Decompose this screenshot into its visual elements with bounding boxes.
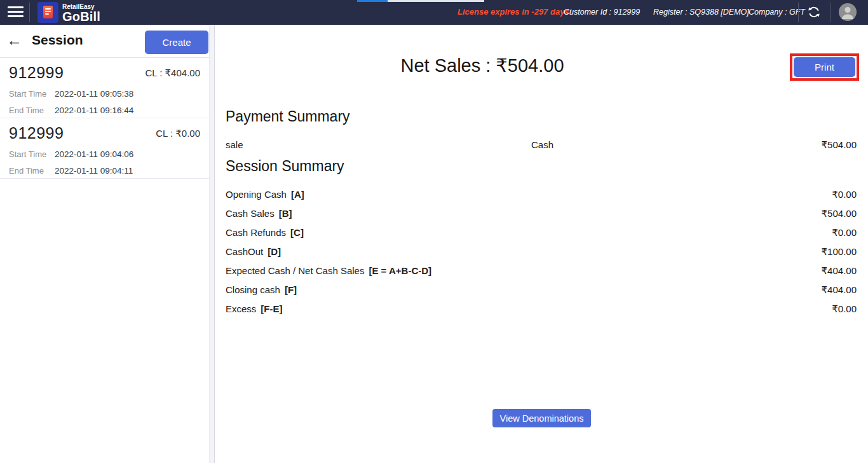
session-id: 912999 (9, 123, 64, 142)
session-summary-title: Session Summary (226, 158, 344, 175)
summary-label: Closing cash (226, 284, 280, 295)
summary-label: Expected Cash / Net Cash Sales (226, 265, 364, 276)
gobill-logo-icon (37, 2, 58, 23)
end-time-label: End Time (9, 166, 55, 176)
header-divider (798, 3, 799, 22)
closing-amount: CL : ₹404.00 (145, 67, 200, 79)
view-denominations-button[interactable]: View Denominations (492, 409, 592, 427)
end-time-label: End Time (9, 106, 55, 115)
start-time-value: 2022-01-11 09:05:38 (55, 89, 133, 99)
start-time-label: Start Time (9, 89, 55, 99)
company-info: Company : GFT (749, 8, 805, 17)
hamburger-menu-icon[interactable] (8, 6, 24, 20)
summary-row-excess: Excess[F-E] ₹0.00 (226, 303, 857, 317)
net-sales-heading: Net Sales : ₹504.00 (215, 55, 749, 76)
summary-amount: ₹404.00 (822, 284, 857, 296)
brand-name-bottom: GoBill (62, 10, 100, 23)
summary-label: Opening Cash (226, 189, 287, 200)
summary-row-cash-sales: Cash Sales[B] ₹504.00 (226, 208, 857, 222)
summary-label: Cash Sales (226, 208, 275, 219)
header-divider (29, 3, 30, 22)
refresh-icon[interactable] (806, 4, 822, 21)
summary-row-closing-cash: Closing cash[F] ₹404.00 (226, 284, 857, 298)
top-progress-bar (357, 0, 388, 2)
sidebar-title: Session (32, 32, 83, 48)
app-logo: RetailEasy GoBill (37, 2, 100, 23)
closing-amount: CL : ₹0.00 (156, 128, 200, 139)
sidebar-scrollbar[interactable] (209, 25, 214, 463)
session-list-item[interactable]: 912999 CL : ₹0.00 Start Time 2022-01-11 … (0, 118, 214, 179)
print-button-highlight: Print (790, 53, 859, 81)
summary-code: [D] (268, 246, 281, 257)
receipt-icon (43, 6, 53, 18)
summary-amount: ₹504.00 (822, 208, 857, 219)
session-detail-panel: Net Sales : ₹504.00 Print Payment Summar… (215, 25, 868, 463)
end-time-value: 2022-01-11 09:04:11 (55, 166, 133, 176)
register-info: Register : SQ9388 [DEMO] (653, 8, 749, 17)
session-list-item[interactable]: 912999 CL : ₹404.00 Start Time 2022-01-1… (0, 58, 214, 118)
app-window: RetailEasy GoBill License expires in -29… (0, 0, 868, 463)
payment-method: Cash (531, 139, 553, 150)
start-time-value: 2022-01-11 09:04:06 (55, 149, 133, 159)
back-arrow-icon[interactable]: ← (6, 29, 22, 52)
summary-amount: ₹0.00 (832, 189, 857, 200)
summary-label: Excess (226, 303, 256, 314)
summary-row-expected-cash: Expected Cash / Net Cash Sales[E = A+B-C… (226, 265, 857, 279)
header-divider (831, 3, 831, 22)
summary-label: CashOut (226, 246, 263, 257)
top-bar: RetailEasy GoBill License expires in -29… (0, 0, 868, 25)
start-time-label: Start Time (9, 149, 55, 159)
end-time-value: 2022-01-11 09:16:44 (55, 106, 133, 115)
summary-label: Cash Refunds (226, 227, 286, 238)
summary-amount: ₹0.00 (832, 227, 857, 238)
payment-type: sale (226, 139, 243, 150)
summary-amount: ₹404.00 (822, 265, 857, 277)
summary-code: [C] (290, 227, 304, 238)
session-sidebar: ← Session Create 912999 CL : ₹404.00 Sta… (0, 25, 215, 463)
payment-summary-title: Payment Summary (226, 108, 350, 125)
brand-text: RetailEasy GoBill (62, 2, 100, 23)
summary-code: [F] (285, 284, 297, 295)
summary-code: [F-E] (261, 303, 282, 314)
create-session-button[interactable]: Create (145, 31, 208, 54)
summary-code: [B] (279, 208, 292, 219)
summary-code: [A] (291, 189, 304, 200)
payment-amount: ₹504.00 (822, 139, 857, 151)
session-id: 912999 (9, 63, 64, 82)
sidebar-header: ← Session Create (0, 25, 214, 58)
summary-row-cashout: CashOut[D] ₹100.00 (226, 246, 857, 260)
payment-row: sale Cash ₹504.00 (226, 139, 857, 153)
summary-row-cash-refunds: Cash Refunds[C] ₹0.00 (226, 227, 857, 241)
summary-code: [E = A+B-C-D] (369, 265, 431, 276)
user-avatar-icon[interactable] (839, 3, 857, 21)
customer-id: Customer Id : 912999 (564, 8, 640, 17)
top-progress-track (388, 0, 484, 2)
summary-row-opening-cash: Opening Cash[A] ₹0.00 (226, 189, 857, 203)
summary-amount: ₹0.00 (832, 303, 857, 315)
print-button[interactable]: Print (794, 57, 855, 77)
summary-amount: ₹100.00 (822, 246, 857, 258)
license-warning: License expires in -297 days! (458, 7, 572, 17)
